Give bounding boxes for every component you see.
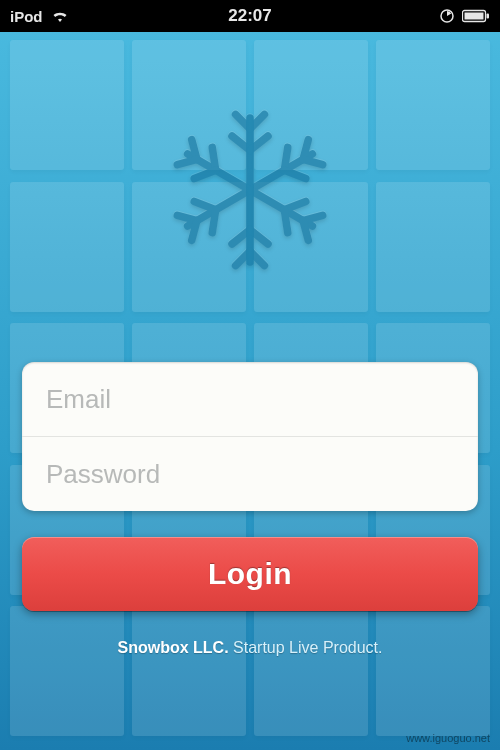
tagline-text: Startup Live Product. (233, 639, 382, 656)
svg-rect-3 (487, 14, 490, 19)
status-bar: iPod 22:07 (0, 0, 500, 32)
password-field[interactable] (22, 437, 478, 511)
device-label: iPod (10, 8, 43, 25)
status-time: 22:07 (228, 6, 271, 26)
footer-text: Snowbox LLC. Startup Live Product. (0, 639, 500, 657)
snowflake-logo-icon (160, 100, 340, 280)
svg-rect-2 (465, 13, 484, 20)
battery-icon (462, 9, 490, 23)
company-name: Snowbox LLC. (118, 639, 229, 656)
email-field[interactable] (22, 362, 478, 436)
login-button[interactable]: Login (22, 537, 478, 611)
watermark-text: www.iguoguo.net (406, 732, 490, 744)
login-form: Login (22, 362, 478, 611)
timer-icon (440, 9, 454, 23)
wifi-icon (51, 9, 69, 23)
credentials-card (22, 362, 478, 511)
